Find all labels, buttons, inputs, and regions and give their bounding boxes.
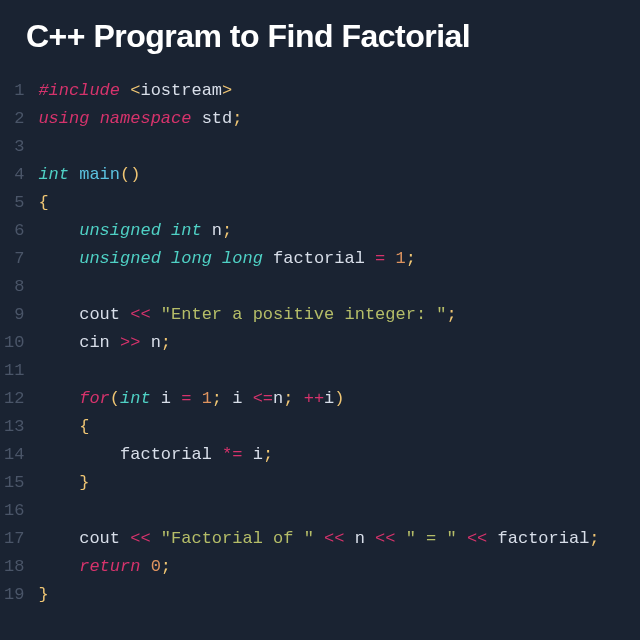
code-line-empty <box>38 497 599 525</box>
semicolon: ; <box>263 445 273 464</box>
line-number: 2 <box>4 105 24 133</box>
string-literal: "Enter a positive integer: " <box>161 305 447 324</box>
code-line: { <box>38 189 599 217</box>
indent <box>38 333 79 352</box>
op-stream-out: << <box>375 529 395 548</box>
indent <box>38 529 79 548</box>
semicolon: ; <box>222 221 232 240</box>
var-i: i <box>253 445 263 464</box>
indent <box>38 445 120 464</box>
var-i: i <box>232 389 242 408</box>
op-stream-out: << <box>130 305 150 324</box>
string-literal: "Factorial of " <box>161 529 314 548</box>
op-mult-assign: *= <box>222 445 242 464</box>
code-line: unsigned int n; <box>38 217 599 245</box>
line-number: 4 <box>4 161 24 189</box>
code-line: unsigned long long factorial = 1; <box>38 245 599 273</box>
code-line: cout << "Factorial of " << n << " = " <<… <box>38 525 599 553</box>
semicolon: ; <box>161 557 171 576</box>
code-line: for(int i = 1; i <=n; ++i) <box>38 385 599 413</box>
line-number: 1 <box>4 77 24 105</box>
semicolon: ; <box>589 529 599 548</box>
code-lines: #include <iostream> using namespace std;… <box>38 77 599 609</box>
line-number: 19 <box>4 581 24 609</box>
paren-open: ( <box>110 389 120 408</box>
var-i: i <box>161 389 171 408</box>
brace-open: { <box>38 193 48 212</box>
line-number: 15 <box>4 469 24 497</box>
indent <box>38 249 79 268</box>
var-n: n <box>273 389 283 408</box>
type-int: int <box>38 165 69 184</box>
semicolon: ; <box>406 249 416 268</box>
library-name: iostream <box>140 81 222 100</box>
type-int: int <box>120 389 151 408</box>
keyword-using: using <box>38 109 89 128</box>
op-stream-in: >> <box>120 333 140 352</box>
code-editor: 1 2 3 4 5 6 7 8 9 10 11 12 13 14 15 16 1… <box>0 77 640 609</box>
type-long: long <box>222 249 263 268</box>
indent <box>38 557 79 576</box>
keyword-for: for <box>79 389 110 408</box>
op-stream-out: << <box>130 529 150 548</box>
op-stream-out: << <box>324 529 344 548</box>
line-number: 6 <box>4 217 24 245</box>
line-number: 14 <box>4 441 24 469</box>
cin: cin <box>79 333 110 352</box>
indent <box>38 473 79 492</box>
op-assign: = <box>181 389 191 408</box>
line-number: 18 <box>4 553 24 581</box>
code-line-empty <box>38 357 599 385</box>
op-lte: <= <box>253 389 273 408</box>
semicolon: ; <box>212 389 222 408</box>
type-long: long <box>171 249 212 268</box>
line-number: 12 <box>4 385 24 413</box>
paren-close: ) <box>334 389 344 408</box>
keyword-return: return <box>79 557 140 576</box>
string-literal: " = " <box>406 529 457 548</box>
op-assign: = <box>375 249 385 268</box>
keyword-unsigned: unsigned <box>79 221 161 240</box>
semicolon: ; <box>232 109 242 128</box>
code-line: #include <iostream> <box>38 77 599 105</box>
indent <box>38 389 79 408</box>
line-number: 8 <box>4 273 24 301</box>
semicolon: ; <box>447 305 457 324</box>
brace-close: } <box>79 473 89 492</box>
var-n: n <box>151 333 161 352</box>
parens: () <box>120 165 140 184</box>
keyword-namespace: namespace <box>100 109 192 128</box>
code-line: using namespace std; <box>38 105 599 133</box>
code-line-empty <box>38 273 599 301</box>
indent <box>38 417 79 436</box>
semicolon: ; <box>283 389 293 408</box>
namespace-name: std <box>202 109 233 128</box>
line-number-gutter: 1 2 3 4 5 6 7 8 9 10 11 12 13 14 15 16 1… <box>4 77 38 609</box>
var-i: i <box>324 389 334 408</box>
brace-close: } <box>38 585 48 604</box>
code-line: } <box>38 581 599 609</box>
brace-open: { <box>79 417 89 436</box>
line-number: 16 <box>4 497 24 525</box>
var-n: n <box>212 221 222 240</box>
var-factorial: factorial <box>498 529 590 548</box>
line-number: 3 <box>4 133 24 161</box>
var-factorial: factorial <box>120 445 212 464</box>
code-line: factorial *= i; <box>38 441 599 469</box>
code-line: cout << "Enter a positive integer: "; <box>38 301 599 329</box>
code-line: int main() <box>38 161 599 189</box>
line-number: 11 <box>4 357 24 385</box>
function-main: main <box>79 165 120 184</box>
code-line: } <box>38 469 599 497</box>
op-increment: ++ <box>304 389 324 408</box>
angle-bracket: < <box>130 81 140 100</box>
literal-zero: 0 <box>151 557 161 576</box>
line-number: 13 <box>4 413 24 441</box>
angle-bracket: > <box>222 81 232 100</box>
semicolon: ; <box>161 333 171 352</box>
var-n: n <box>355 529 365 548</box>
literal-one: 1 <box>202 389 212 408</box>
line-number: 9 <box>4 301 24 329</box>
op-stream-out: << <box>467 529 487 548</box>
literal-one: 1 <box>396 249 406 268</box>
